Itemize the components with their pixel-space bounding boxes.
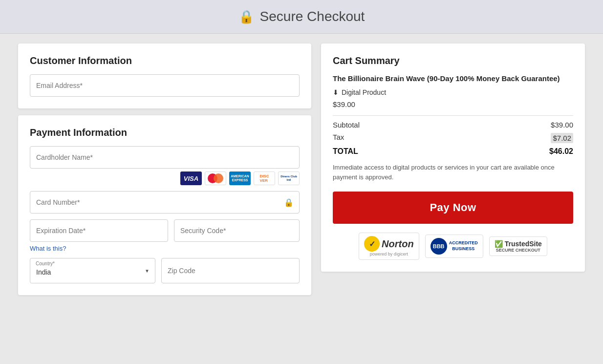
left-panel: Customer Information Payment Information… bbox=[18, 43, 311, 295]
payment-info-card: Payment Information VISA AMERICANEXPRESS… bbox=[18, 115, 311, 295]
product-price: $39.00 bbox=[333, 100, 573, 108]
divider bbox=[333, 115, 573, 116]
diners-club-icon: Diners ClubIntl bbox=[278, 171, 300, 185]
page-header: 🔒 Secure Checkout bbox=[0, 0, 603, 34]
cart-summary-card: Cart Summary The Billionaire Brain Wave … bbox=[321, 43, 585, 272]
access-note: Immediate access to digital products or … bbox=[333, 163, 573, 182]
trusted-site-text: TrustedSite bbox=[505, 240, 542, 248]
card-number-wrapper: 🔒 bbox=[30, 191, 300, 214]
tax-value: $7.02 bbox=[551, 133, 573, 143]
main-content: Customer Information Payment Information… bbox=[8, 34, 595, 305]
card-number-field[interactable] bbox=[30, 191, 300, 214]
cart-summary-title: Cart Summary bbox=[333, 55, 573, 66]
country-zip-row: Country* India United States United King… bbox=[30, 258, 300, 283]
cardholder-name-field[interactable] bbox=[30, 146, 300, 169]
norton-text: Norton bbox=[382, 238, 414, 250]
tax-row: Tax $7.02 bbox=[333, 133, 573, 143]
page-title: Secure Checkout bbox=[260, 9, 365, 24]
card-icons: VISA AMERICANEXPRESS DISCVER Diners Club… bbox=[30, 171, 300, 185]
subtotal-row: Subtotal $39.00 bbox=[333, 121, 573, 129]
bbb-top: BBB ACCREDITEDBUSINESS bbox=[431, 238, 478, 255]
visa-icon: VISA bbox=[180, 171, 202, 185]
total-row: TOTAL $46.02 bbox=[333, 147, 573, 156]
norton-badge: ✓ Norton powered by digicert bbox=[359, 233, 419, 260]
card-lock-icon: 🔒 bbox=[284, 198, 294, 207]
subtotal-label: Subtotal bbox=[333, 121, 360, 129]
digital-product-row: ⬇ Digital Product bbox=[333, 88, 573, 96]
discover-icon: DISCVER bbox=[254, 171, 275, 185]
bbb-text: ACCREDITEDBUSINESS bbox=[449, 240, 478, 252]
expiration-date-field[interactable] bbox=[30, 219, 168, 242]
customer-info-card: Customer Information bbox=[18, 43, 311, 108]
norton-checkmark-icon: ✓ bbox=[364, 236, 380, 252]
product-name: The Billionaire Brain Wave (90-Day 100% … bbox=[333, 73, 573, 84]
download-icon: ⬇ bbox=[333, 88, 339, 96]
right-panel: Cart Summary The Billionaire Brain Wave … bbox=[321, 43, 585, 295]
payment-info-title: Payment Information bbox=[30, 127, 300, 138]
total-value: $46.02 bbox=[549, 147, 573, 156]
trusted-site-badge: ✅ TrustedSite SECURE CHECKOUT bbox=[489, 236, 547, 256]
expiry-security-row bbox=[30, 219, 300, 242]
security-code-field[interactable] bbox=[174, 219, 300, 242]
trusted-top: ✅ TrustedSite bbox=[495, 240, 542, 248]
security-code-container bbox=[174, 219, 300, 242]
trust-badges: ✓ Norton powered by digicert BBB ACCREDI… bbox=[333, 233, 573, 260]
norton-top: ✓ Norton bbox=[364, 236, 414, 252]
amex-icon: AMERICANEXPRESS bbox=[229, 171, 251, 185]
bbb-badge: BBB ACCREDITEDBUSINESS bbox=[425, 235, 483, 258]
norton-sub: powered by digicert bbox=[370, 252, 408, 257]
lock-icon: 🔒 bbox=[238, 9, 254, 24]
country-select[interactable]: India United States United Kingdom Canad… bbox=[30, 258, 155, 283]
trusted-check-icon: ✅ bbox=[495, 240, 503, 248]
customer-info-title: Customer Information bbox=[30, 55, 300, 66]
tax-label: Tax bbox=[333, 133, 344, 143]
mastercard-icon bbox=[205, 171, 226, 185]
trusted-sub: SECURE CHECKOUT bbox=[496, 248, 540, 253]
email-field[interactable] bbox=[30, 74, 300, 97]
country-wrapper: Country* India United States United King… bbox=[30, 258, 155, 283]
what-is-this-link[interactable]: What is this? bbox=[30, 245, 300, 252]
zip-code-field[interactable] bbox=[161, 258, 300, 283]
total-label: TOTAL bbox=[333, 147, 358, 156]
subtotal-value: $39.00 bbox=[551, 121, 573, 129]
pay-now-button[interactable]: Pay Now bbox=[333, 192, 573, 224]
bbb-seal-icon: BBB bbox=[431, 238, 447, 255]
digital-product-label: Digital Product bbox=[342, 88, 386, 96]
